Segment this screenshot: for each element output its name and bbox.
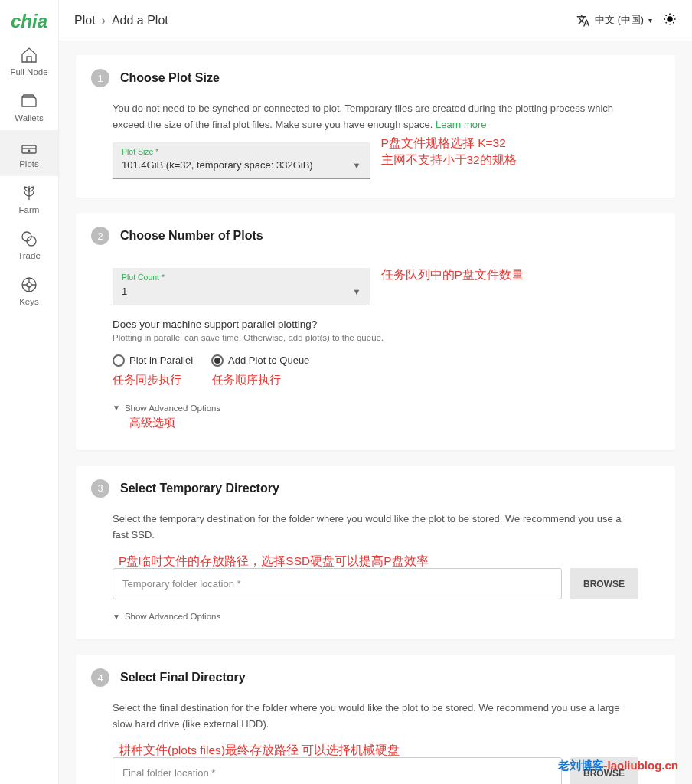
sidebar-item-trade[interactable]: Trade <box>0 222 58 268</box>
trade-icon <box>20 230 38 248</box>
language-label: 中文 (中国) <box>595 14 644 27</box>
sidebar: chia Full Node Wallets Plots Farm Trade … <box>0 0 59 784</box>
card-title: Select Temporary Directory <box>120 482 279 495</box>
card-title: Choose Plot Size <box>120 71 220 85</box>
browse-button[interactable]: BROWSE <box>570 568 638 599</box>
card-title: Choose Number of Plots <box>120 229 263 243</box>
plot-size-select[interactable]: Plot Size * 101.4GiB (k=32, temporary sp… <box>113 142 370 180</box>
card-plot-count: 2 Choose Number of Plots Plot Count * 1 … <box>76 213 675 450</box>
sidebar-item-label: Full Node <box>10 67 47 77</box>
wallet-icon <box>20 92 38 110</box>
step-number: 4 <box>91 668 109 687</box>
radio-label: Add Plot to Queue <box>228 353 309 369</box>
breadcrumb-root[interactable]: Plot <box>74 14 96 28</box>
brightness-icon <box>663 12 677 26</box>
sidebar-item-keys[interactable]: Keys <box>0 268 58 314</box>
brightness-toggle[interactable] <box>663 12 677 29</box>
language-selector[interactable]: 中文 (中国) ▾ <box>576 14 652 28</box>
annotation: 耕种文件(plots files)最终存放路径 可以选择机械硬盘 <box>119 742 638 759</box>
logo: chia <box>11 11 47 32</box>
sidebar-item-fullnode[interactable]: Full Node <box>0 38 58 84</box>
home-icon <box>20 46 38 64</box>
card-plot-size: 1 Choose Plot Size You do not need to be… <box>76 55 675 198</box>
select-value: 1 <box>122 284 353 300</box>
sidebar-item-label: Wallets <box>15 113 43 122</box>
radio-label: Plot in Parallel <box>129 353 193 369</box>
chevron-down-icon: ▼ <box>113 402 120 414</box>
final-folder-input[interactable] <box>113 757 562 784</box>
sidebar-item-label: Farm <box>19 205 40 214</box>
step-number: 2 <box>91 227 109 245</box>
select-label: Plot Size * <box>122 145 361 158</box>
chevron-down-icon: ▼ <box>353 286 361 299</box>
chevron-right-icon: › <box>102 14 106 28</box>
annotation: 任务顺序执行 <box>212 371 281 389</box>
chevron-down-icon: ▼ <box>113 612 120 621</box>
annotation: 高级选项 <box>129 413 638 432</box>
chevron-down-icon: ▾ <box>648 16 652 24</box>
svg-point-6 <box>667 16 673 22</box>
watermark: 老刘博客-laoliublog.cn <box>558 759 679 773</box>
card-temp-dir: 3 Select Temporary Directory Select the … <box>76 466 675 639</box>
annotation: P盘临时文件的存放路径，选择SSD硬盘可以提高P盘效率 <box>119 553 638 570</box>
header: Plot › Add a Plot 中文 (中国) ▾ <box>59 0 692 41</box>
card-title: Select Final Directory <box>120 671 246 684</box>
radio-icon <box>113 354 125 367</box>
advanced-label: Show Advanced Options <box>125 612 220 621</box>
plot-count-select[interactable]: Plot Count * 1 ▼ <box>113 268 370 305</box>
parallel-question: Does your machine support parallel plott… <box>113 316 638 333</box>
advanced-toggle[interactable]: ▼ Show Advanced Options <box>113 612 638 621</box>
radio-icon <box>211 354 224 367</box>
keys-icon <box>20 276 38 294</box>
breadcrumb: Plot › Add a Plot <box>74 14 168 28</box>
step-number: 1 <box>91 69 109 87</box>
temp-folder-input[interactable] <box>113 568 562 599</box>
step-number: 3 <box>91 479 109 498</box>
chevron-down-icon: ▼ <box>353 159 361 173</box>
sidebar-item-label: Keys <box>19 297 39 306</box>
select-value: 101.4GiB (k=32, temporary space: 332GiB) <box>122 158 353 174</box>
plots-icon <box>20 138 38 156</box>
card-description: Select the temporary destination for the… <box>113 511 638 544</box>
learn-more-link[interactable]: Learn more <box>436 119 486 130</box>
farm-icon <box>20 184 38 202</box>
content: 1 Choose Plot Size You do not need to be… <box>59 41 692 784</box>
annotation: 主网不支持小于32的规格 <box>381 152 639 168</box>
card-description: You do not need to be synched or connect… <box>113 103 613 130</box>
translate-icon <box>576 14 590 28</box>
annotation: 任务队列中的P盘文件数量 <box>381 266 639 283</box>
sidebar-item-wallets[interactable]: Wallets <box>0 84 58 130</box>
sidebar-item-label: Trade <box>18 251 41 260</box>
annotation: P盘文件规格选择 K=32 <box>381 135 639 152</box>
breadcrumb-current: Add a Plot <box>112 14 168 28</box>
main: Plot › Add a Plot 中文 (中国) ▾ 1 Choose Plo… <box>59 0 692 784</box>
card-description: Select the final destination for the fol… <box>113 701 638 733</box>
svg-rect-0 <box>22 145 36 153</box>
radio-parallel[interactable]: Plot in Parallel <box>113 353 193 369</box>
svg-point-1 <box>28 150 30 152</box>
annotation: 任务同步执行 <box>113 371 181 389</box>
sidebar-item-label: Plots <box>19 159 39 168</box>
parallel-hint: Plotting in parallel can save time. Othe… <box>113 331 638 345</box>
sidebar-item-plots[interactable]: Plots <box>0 130 58 176</box>
sidebar-item-farm[interactable]: Farm <box>0 176 58 222</box>
select-label: Plot Count * <box>122 271 361 284</box>
svg-point-5 <box>27 283 31 287</box>
radio-queue[interactable]: Add Plot to Queue <box>211 353 309 369</box>
